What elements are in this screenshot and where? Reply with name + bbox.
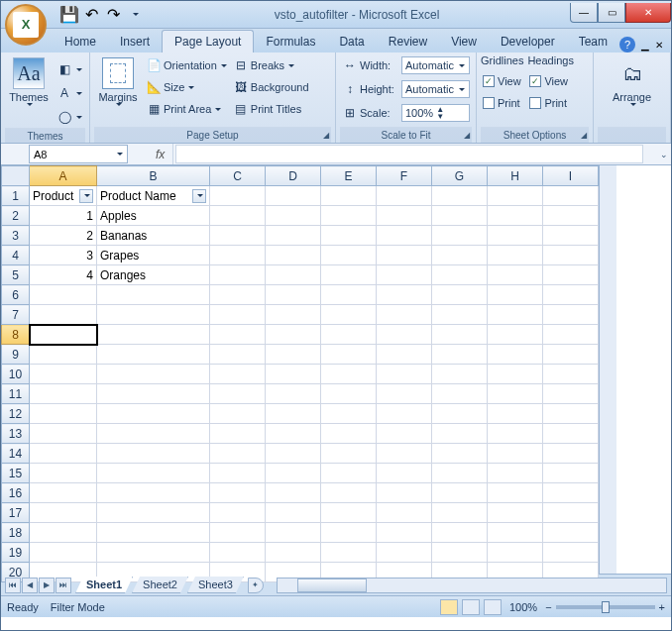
- cell-E6[interactable]: [321, 285, 377, 305]
- cell-D4[interactable]: [266, 246, 321, 265]
- col-header-H[interactable]: H: [488, 166, 543, 186]
- cell-H8[interactable]: [488, 325, 543, 345]
- cell-I6[interactable]: [543, 285, 599, 305]
- row-header-6[interactable]: 6: [2, 285, 30, 305]
- ribbon-min-icon[interactable]: ▁: [641, 40, 649, 51]
- cell-C14[interactable]: [210, 444, 266, 464]
- cell-I10[interactable]: [543, 365, 599, 384]
- cell-A3[interactable]: 2: [30, 226, 97, 246]
- col-header-D[interactable]: D: [266, 166, 321, 186]
- cell-E4[interactable]: [321, 246, 377, 265]
- cell-D9[interactable]: [266, 345, 321, 365]
- cell-H13[interactable]: [488, 424, 543, 444]
- cell-B2[interactable]: Apples: [97, 206, 210, 226]
- cell-A10[interactable]: [30, 365, 97, 384]
- cell-C17[interactable]: [210, 503, 266, 523]
- cell-I9[interactable]: [543, 345, 599, 365]
- cell-C4[interactable]: [210, 246, 266, 265]
- cell-E10[interactable]: [321, 365, 377, 384]
- spreadsheet-grid[interactable]: ABCDEFGHI1ProductProduct Name21Apples32B…: [1, 165, 599, 582]
- cell-E12[interactable]: [321, 404, 377, 424]
- cell-I5[interactable]: [543, 265, 599, 285]
- cell-A18[interactable]: [30, 523, 97, 543]
- print-titles-button[interactable]: ▤Print Titles: [231, 98, 311, 120]
- cell-B7[interactable]: [97, 305, 210, 325]
- name-box[interactable]: A8: [29, 145, 128, 163]
- cell-G18[interactable]: [432, 523, 488, 543]
- page-setup-launcher[interactable]: ◢: [323, 131, 329, 140]
- cell-C6[interactable]: [210, 285, 266, 305]
- cell-B5[interactable]: Oranges: [97, 265, 210, 285]
- cell-F17[interactable]: [377, 503, 432, 523]
- cell-G14[interactable]: [432, 444, 488, 464]
- row-header-7[interactable]: 7: [2, 305, 30, 325]
- cell-F5[interactable]: [377, 265, 432, 285]
- cell-I3[interactable]: [543, 226, 599, 246]
- cell-B4[interactable]: Grapes: [97, 246, 210, 265]
- cell-E2[interactable]: [321, 206, 377, 226]
- sheet-tab-sheet2[interactable]: Sheet2: [132, 577, 188, 593]
- view-normal-button[interactable]: [440, 599, 458, 615]
- cell-F7[interactable]: [377, 305, 432, 325]
- fx-icon[interactable]: fx: [148, 144, 173, 164]
- cell-G12[interactable]: [432, 404, 488, 424]
- cell-B9[interactable]: [97, 345, 210, 365]
- row-header-11[interactable]: 11: [2, 384, 30, 404]
- cell-E17[interactable]: [321, 503, 377, 523]
- cell-A5[interactable]: 4: [30, 265, 97, 285]
- cell-F16[interactable]: [377, 483, 432, 503]
- cell-A7[interactable]: [30, 305, 97, 325]
- arrange-button[interactable]: 🗂 Arrange: [609, 54, 656, 109]
- row-header-3[interactable]: 3: [2, 226, 30, 246]
- cell-I11[interactable]: [543, 384, 599, 404]
- cell-E16[interactable]: [321, 483, 377, 503]
- cell-D10[interactable]: [266, 365, 321, 384]
- cell-H9[interactable]: [488, 345, 543, 365]
- theme-effects-button[interactable]: ◯: [55, 106, 84, 128]
- cell-H17[interactable]: [488, 503, 543, 523]
- qat-customize-icon[interactable]: [126, 6, 144, 24]
- cell-E1[interactable]: [321, 186, 377, 206]
- cell-H16[interactable]: [488, 483, 543, 503]
- cell-G15[interactable]: [432, 464, 488, 483]
- cell-I16[interactable]: [543, 483, 599, 503]
- scale-launcher[interactable]: ◢: [464, 131, 470, 140]
- save-icon[interactable]: 💾: [60, 6, 78, 24]
- cell-C5[interactable]: [210, 265, 266, 285]
- row-header-5[interactable]: 5: [2, 265, 30, 285]
- cell-G13[interactable]: [432, 424, 488, 444]
- col-header-F[interactable]: F: [377, 166, 432, 186]
- col-header-E[interactable]: E: [321, 166, 377, 186]
- row-header-8[interactable]: 8: [2, 325, 30, 345]
- row-header-15[interactable]: 15: [2, 464, 30, 483]
- cell-D5[interactable]: [266, 265, 321, 285]
- cell-E13[interactable]: [321, 424, 377, 444]
- zoom-slider[interactable]: [556, 605, 655, 609]
- cell-F2[interactable]: [377, 206, 432, 226]
- cell-H10[interactable]: [488, 365, 543, 384]
- col-header-C[interactable]: C: [210, 166, 266, 186]
- cell-A16[interactable]: [30, 483, 97, 503]
- cell-D1[interactable]: [266, 186, 321, 206]
- cell-B1[interactable]: Product Name: [97, 186, 210, 206]
- cell-A15[interactable]: [30, 464, 97, 483]
- cell-I19[interactable]: [543, 543, 599, 563]
- formula-bar-expand-icon[interactable]: ⌄: [657, 144, 671, 164]
- cell-F1[interactable]: [377, 186, 432, 206]
- cell-H11[interactable]: [488, 384, 543, 404]
- cell-H3[interactable]: [488, 226, 543, 246]
- row-header-14[interactable]: 14: [2, 444, 30, 464]
- cell-G6[interactable]: [432, 285, 488, 305]
- tab-insert[interactable]: Insert: [108, 31, 162, 53]
- cell-H6[interactable]: [488, 285, 543, 305]
- cell-C15[interactable]: [210, 464, 266, 483]
- cell-G17[interactable]: [432, 503, 488, 523]
- cell-H14[interactable]: [488, 444, 543, 464]
- cell-G9[interactable]: [432, 345, 488, 365]
- cell-C9[interactable]: [210, 345, 266, 365]
- row-header-18[interactable]: 18: [2, 523, 30, 543]
- cell-C16[interactable]: [210, 483, 266, 503]
- cell-E14[interactable]: [321, 444, 377, 464]
- cell-B17[interactable]: [97, 503, 210, 523]
- select-all-corner[interactable]: [2, 166, 30, 186]
